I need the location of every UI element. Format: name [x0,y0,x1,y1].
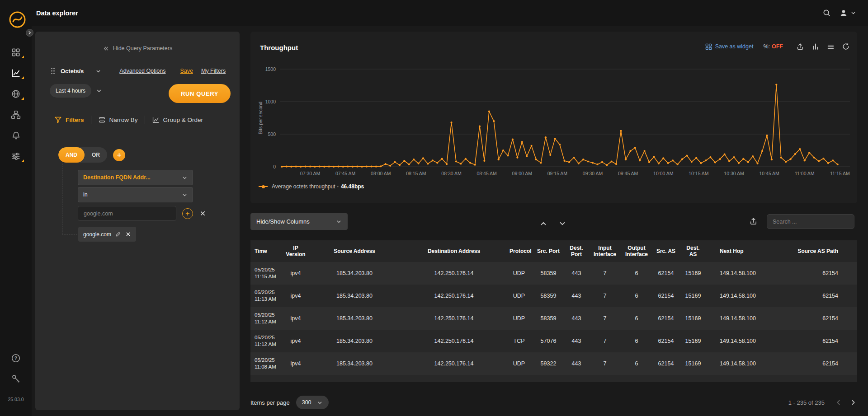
svg-text:08:00 AM: 08:00 AM [371,171,391,176]
x-icon [125,231,131,237]
app-logo[interactable] [9,11,26,28]
add-filter-group-button[interactable] [113,149,125,161]
column-header[interactable]: Destination Address [400,240,508,262]
prev-page-icon[interactable] [835,398,843,407]
save-as-widget-link[interactable]: Save as widget [705,43,754,50]
or-toggle[interactable]: OR [85,147,107,163]
table-export-icon[interactable] [749,217,758,225]
cell: 142.250.176.14 [400,352,508,375]
filter-field-select[interactable]: Destination FQDN Addr... [78,170,193,185]
sidebar-item-api-key[interactable] [0,373,32,384]
cell: UDP [508,285,530,307]
filter-operator-select[interactable]: in [78,187,193,202]
hide-show-columns-select[interactable]: Hide/Show Columns [250,213,348,230]
funnel-icon [54,116,62,124]
items-per-page-select[interactable]: 300 [296,396,329,409]
table-header-row: TimeIP VersionSource AddressDestination … [250,240,857,262]
column-header[interactable]: Dest. Port [567,240,586,262]
remove-filter-icon[interactable] [199,210,206,217]
table-row[interactable]: 05/20/2511:08 AMipv4185.34.203.80142.250… [250,352,857,375]
cell: 62154 [778,262,857,285]
metric-select[interactable]: Octets/s [61,68,101,75]
cell: 57076 [530,330,567,352]
next-page-icon[interactable] [849,398,857,407]
my-filters-link[interactable]: My Filters [201,68,226,74]
percent-toggle[interactable]: OFF [772,43,783,50]
and-toggle[interactable]: AND [58,147,85,163]
throughput-line [282,85,838,167]
table-row[interactable]: 05/20/2511:12 AMipv4185.34.203.80142.250… [250,330,857,352]
expand-table-icon[interactable] [558,220,566,228]
column-header[interactable]: Dest. AS [683,240,703,262]
column-header[interactable]: Output Interface [624,240,649,262]
user-icon [839,9,848,18]
column-header[interactable]: Protocol [508,240,530,262]
column-header[interactable]: Input Interface [586,240,624,262]
collapse-table-icon[interactable] [539,220,547,228]
cell: 149.14.58.100 [703,330,778,352]
chevron-down-icon [182,175,188,181]
column-header[interactable]: IP Version [282,240,309,262]
rows-icon [98,116,106,124]
tab-filters[interactable]: Filters [54,116,84,124]
help-icon: ? [11,353,21,363]
svg-text:09:45 AM: 09:45 AM [618,171,638,176]
page-title: Data explorer [36,0,78,26]
column-header[interactable]: Source AS Path [778,240,857,262]
sidebar-expand-toggle[interactable] [26,29,33,37]
table-row[interactable]: 05/20/25 [250,375,857,382]
cell [309,375,400,382]
table-row[interactable]: 05/20/2511:12 AMipv4185.34.203.80142.250… [250,307,857,330]
refresh-icon[interactable] [842,42,850,51]
sidebar-item-help[interactable]: ? [0,352,32,364]
cell [778,375,857,382]
cell: 15169 [683,285,703,307]
menu-icon[interactable] [827,43,835,51]
cell: ipv4 [282,262,309,285]
time-cell: 05/20/2511:15 AM [250,262,282,285]
cell: 6 [624,307,649,330]
chevron-down-icon[interactable] [96,88,102,94]
column-header[interactable]: Source Address [309,240,400,262]
drag-handle-icon[interactable] [50,67,56,75]
cell: UDP [508,307,530,330]
user-menu[interactable] [839,9,856,18]
cell [683,375,703,382]
legend-value: 46.48bps [341,183,364,190]
cell: 142.250.176.14 [400,330,508,352]
column-header[interactable]: Time [250,240,282,262]
table-row[interactable]: 05/20/2511:13 AMipv4185.34.203.80142.250… [250,285,857,307]
search-icon[interactable] [822,9,831,17]
cell: 15169 [683,262,703,285]
cell: 142.250.176.14 [400,285,508,307]
column-header[interactable]: Src. AS [649,240,683,262]
svg-text:Bits per second: Bits per second [258,102,263,135]
remove-chip-icon[interactable] [125,231,131,237]
svg-text:08:45 AM: 08:45 AM [476,171,496,176]
advanced-options-link[interactable]: Advanced Options [119,68,165,74]
filter-value-input[interactable] [78,206,176,221]
add-value-button[interactable] [182,208,193,219]
tab-narrow-by[interactable]: Narrow By [98,116,138,124]
table-search-input[interactable] [767,214,854,229]
time-range-select[interactable]: Last 4 hours [50,84,91,98]
cell: 443 [567,307,586,330]
bar-chart-icon[interactable] [811,42,820,51]
time-cell: 05/20/25 [250,375,282,382]
cell: 62154 [649,330,683,352]
hide-query-parameters-button[interactable]: Hide Query Parameters [35,45,240,51]
column-header[interactable]: Next Hop [703,240,778,262]
run-query-button[interactable]: RUN QUERY [169,84,231,103]
export-icon[interactable] [796,42,804,51]
table-row[interactable]: 05/20/2511:15 AMipv4185.34.203.80142.250… [250,262,857,285]
cell [530,375,567,382]
save-link[interactable]: Save [180,68,193,74]
cell: 58359 [530,285,567,307]
throughput-chart[interactable]: 05001000150007:30 AM07:45 AM08:00 AM08:1… [258,63,850,181]
svg-text:10:15 AM: 10:15 AM [689,171,708,176]
cell: 62154 [778,352,857,375]
column-header[interactable]: Src. Port [530,240,567,262]
edit-icon[interactable] [115,231,121,237]
tab-group-order[interactable]: Group & Order [152,116,203,124]
cell: 149.14.58.100 [703,262,778,285]
